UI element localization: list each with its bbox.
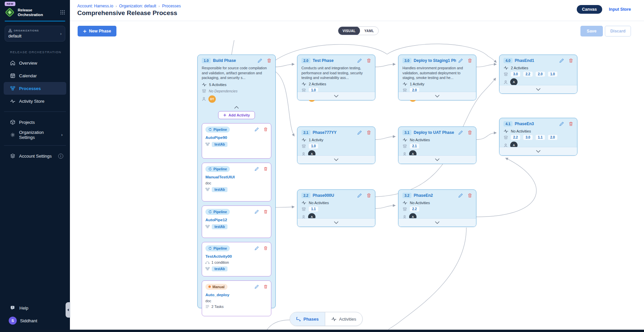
edit-icon[interactable] — [458, 130, 463, 135]
process-canvas[interactable]: 1.0 Build Phase Responsible for source c… — [70, 40, 644, 330]
phase-name[interactable]: Deploy to UAT Phase — [414, 130, 456, 135]
edit-icon[interactable] — [255, 210, 259, 214]
edit-icon[interactable] — [559, 58, 564, 63]
breadcrumb-organization-link[interactable]: Organization: default — [119, 4, 156, 8]
info-icon[interactable]: i — [58, 154, 63, 159]
sidebar-item-account-settings[interactable]: Account Settings i — [0, 150, 70, 162]
activity-card-autopipe90[interactable]: Pipeline AutoPipe90 testAb — [202, 123, 271, 159]
phase-card-3-1[interactable]: 3.1 Deploy to UAT Phase No Activities 2.… — [398, 127, 476, 164]
phase-card-2-1[interactable]: 2.1 Phase777YY 1 Activity 1.0 — [297, 127, 375, 164]
delete-icon[interactable] — [264, 284, 268, 289]
tab-phases[interactable]: Phases — [290, 312, 325, 326]
save-button[interactable]: Save — [580, 26, 603, 36]
sidebar-item-activity-store[interactable]: Activity Store — [0, 95, 70, 107]
expand-phase-toggle[interactable] — [297, 155, 375, 164]
expand-phase-toggle[interactable] — [499, 147, 577, 155]
activity-card-autopipe12[interactable]: Pipeline AutoPipe12 testAb — [202, 205, 271, 238]
sidebar-item-processes[interactable]: Processes — [4, 82, 66, 95]
brand-underline — [5, 21, 65, 21]
sidebar-item-projects[interactable]: Projects — [0, 116, 70, 129]
activity-name[interactable]: ManualTestUIUI — [205, 175, 268, 179]
edit-icon[interactable] — [357, 58, 362, 63]
delete-icon[interactable] — [367, 193, 371, 198]
delete-icon[interactable] — [468, 58, 472, 63]
delete-icon[interactable] — [267, 58, 271, 63]
canvas-toggle-button[interactable]: Canvas — [577, 5, 602, 14]
activity-name[interactable]: TestActivity00 — [205, 254, 268, 259]
organization-selector[interactable]: ORGANIZATIONS default › — [5, 26, 65, 42]
new-phase-button[interactable]: New Phase — [78, 26, 116, 36]
delete-icon[interactable] — [264, 246, 268, 250]
expand-phase-toggle[interactable] — [297, 218, 375, 227]
expand-phase-toggle[interactable] — [297, 92, 375, 100]
activity-pulse-icon — [10, 98, 15, 104]
edit-icon[interactable] — [458, 58, 463, 63]
breadcrumb-processes-link[interactable]: Processes — [162, 4, 181, 8]
expand-phase-toggle[interactable] — [398, 218, 476, 227]
visual-tab[interactable]: VISUAL — [338, 26, 360, 35]
sidebar-bottom: ? Help S Siddhant — [0, 302, 70, 327]
delete-icon[interactable] — [367, 130, 371, 135]
phase-name[interactable]: Deploy to Staging1 Phase — [414, 58, 456, 63]
help-button[interactable]: ? Help — [0, 302, 70, 314]
edit-icon[interactable] — [258, 58, 262, 63]
phase-card-3-0[interactable]: 3.0 Deploy to Staging1 Phase Handles env… — [398, 55, 476, 100]
phase-name[interactable]: Test Phase — [313, 58, 355, 63]
tab-activities[interactable]: Activities — [325, 312, 362, 326]
sidebar-item-calendar[interactable]: Calendar — [0, 69, 70, 82]
delete-icon[interactable] — [264, 210, 268, 214]
collapse-phase-toggle[interactable] — [202, 106, 271, 109]
phase-card-1-0[interactable]: 1.0 Build Phase Responsible for source c… — [197, 55, 276, 308]
organizations-label: ORGANIZATIONS — [14, 29, 39, 32]
delete-icon[interactable] — [468, 193, 472, 198]
edit-icon[interactable] — [458, 193, 463, 198]
phase-name[interactable]: Phase777YY — [313, 130, 355, 135]
phase-name[interactable]: PhaseEn3 — [515, 121, 557, 126]
delete-icon[interactable] — [569, 121, 573, 126]
phase-name[interactable]: Phase000U — [313, 193, 355, 198]
expand-phase-toggle[interactable] — [398, 155, 476, 164]
pipeline-tag: testAb — [212, 187, 227, 192]
user-avatar: S — [9, 317, 17, 325]
app-grid-icon[interactable] — [60, 10, 65, 15]
add-activity-button[interactable]: Add Activity — [218, 111, 255, 119]
yaml-tab[interactable]: YAML — [360, 26, 378, 35]
activity-card-auto-deploy[interactable]: Manual Auto_deploy doc 2 Tasks — [202, 280, 271, 316]
phase-card-2-0[interactable]: 2.0 Test Phase Conducts unit and integra… — [297, 55, 375, 100]
activity-card-testactivity00[interactable]: Pipeline TestActivity00 1 condition — [202, 242, 271, 276]
activity-card-manualtestuiui[interactable]: Pipeline ManualTestUIUI doc testAb — [202, 163, 271, 201]
delete-icon[interactable] — [468, 130, 472, 135]
edit-icon[interactable] — [255, 284, 259, 289]
edit-icon[interactable] — [255, 127, 259, 132]
phase-name[interactable]: PhaseEn2 — [414, 193, 456, 198]
edit-icon[interactable] — [255, 167, 259, 171]
sidebar-item-organization-settings[interactable]: Organization Settings › — [0, 129, 70, 141]
delete-icon[interactable] — [569, 58, 573, 63]
delete-icon[interactable] — [264, 127, 268, 132]
phase-card-2-2[interactable]: 2.2 Phase000U No Activities 1.1 — [297, 189, 375, 227]
input-store-link[interactable]: Input Store — [609, 7, 631, 12]
expand-phase-toggle[interactable] — [499, 85, 577, 93]
phase-name[interactable]: PhasEnd1 — [515, 58, 557, 63]
delete-icon[interactable] — [367, 58, 371, 63]
sidebar-item-overview[interactable]: Overview — [0, 57, 70, 69]
user-menu[interactable]: S Siddhant — [0, 314, 70, 327]
activity-type-badge: Pipeline — [205, 127, 230, 133]
phase-card-4-1[interactable]: 4.1 PhaseEn3 No Activities 2.2 3.0 1.1 — [499, 118, 577, 156]
activity-condition: 1 condition — [211, 260, 229, 264]
breadcrumb-account-link[interactable]: Account: Harness.io — [77, 4, 113, 8]
phase-card-4-0[interactable]: 4.0 PhasEnd1 2 Activities 3.0 2.2 2.0 — [499, 55, 577, 94]
activity-name[interactable]: Auto_deploy — [205, 293, 268, 297]
edit-icon[interactable] — [357, 130, 362, 135]
delete-icon[interactable] — [264, 167, 268, 171]
edit-icon[interactable] — [357, 193, 362, 198]
sidebar-collapse-handle[interactable] — [66, 302, 70, 318]
activity-name[interactable]: AutoPipe90 — [205, 135, 268, 140]
edit-icon[interactable] — [559, 121, 564, 126]
expand-phase-toggle[interactable] — [398, 92, 476, 100]
phase-card-3-2[interactable]: 3.2 PhaseEn2 No Activities 2.2 — [398, 189, 476, 227]
phase-name[interactable]: Build Phase — [213, 58, 255, 63]
discard-button[interactable]: Discard — [605, 26, 631, 36]
edit-icon[interactable] — [255, 246, 259, 250]
activity-name[interactable]: AutoPipe12 — [205, 218, 268, 222]
